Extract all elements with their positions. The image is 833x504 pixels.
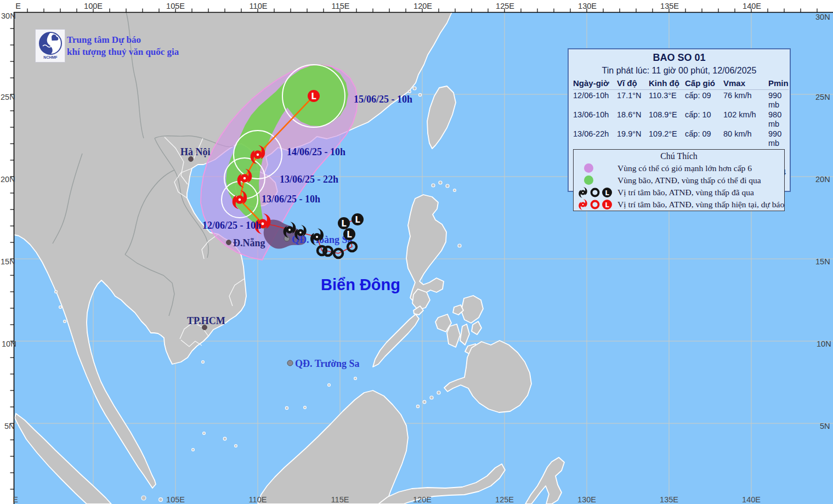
islet bbox=[159, 498, 163, 502]
legend-item: LVị trí tâm bão, ATNĐ, vùng thấp hiện tạ… bbox=[574, 199, 784, 210]
table-header-cell: Kinh độ bbox=[649, 78, 685, 90]
legend-green-area-icon bbox=[574, 175, 617, 185]
axis-label-top: 100E bbox=[84, 2, 103, 10]
nchmf-logo-text: NCHMF bbox=[43, 55, 58, 59]
islet bbox=[458, 244, 461, 247]
table-cell: 76 km/h bbox=[723, 91, 768, 110]
axis-label-top: 115E bbox=[332, 2, 350, 10]
islet bbox=[430, 396, 433, 399]
legend-item: LVị trí tâm bão, ATNĐ, vùng thấp đã qua bbox=[574, 186, 784, 198]
islet bbox=[192, 449, 195, 451]
legend-items: Vùng có thể có gió mạnh lớn hơn cấp 6Vùn… bbox=[574, 162, 784, 210]
legend-title: Chú Thích bbox=[574, 150, 784, 162]
storm-title: BAO SO 01 bbox=[569, 49, 790, 64]
svg-text:L: L bbox=[605, 201, 609, 208]
place-marker bbox=[287, 360, 293, 366]
forecast-date-label: 15/06/25 - 10h bbox=[354, 94, 412, 105]
table-cell: 80 km/h bbox=[723, 129, 768, 149]
legend-item: Vùng bão, ATNĐ, vùng thấp có thể đi qua bbox=[574, 174, 784, 186]
axis-label-top: 125E bbox=[496, 2, 514, 10]
table-cell: 109.2°E bbox=[649, 129, 685, 149]
low-pressure-letter: L bbox=[341, 219, 347, 229]
table-cell: 18.6°N bbox=[617, 110, 649, 129]
forecast-date-label: 14/06/25 - 10h bbox=[287, 146, 345, 157]
nchmf-logo: NCHMF bbox=[35, 29, 65, 63]
islet bbox=[55, 291, 58, 293]
axis-label-right: 20N bbox=[815, 175, 830, 184]
nchmf-logo-icon: NCHMF bbox=[37, 31, 64, 61]
legend-panel: Chú Thích Vùng có thể có gió mạnh lớn hơ… bbox=[573, 149, 785, 211]
islet bbox=[409, 90, 411, 93]
axis-label-right: 15N bbox=[815, 257, 830, 266]
islet bbox=[416, 405, 419, 407]
axis-label-bottom: 105E bbox=[166, 495, 185, 504]
islet bbox=[437, 391, 440, 394]
axis-label-top: 110E bbox=[250, 2, 268, 10]
axis-label-left: 10N bbox=[2, 339, 16, 348]
islet bbox=[141, 496, 146, 500]
svg-text:L: L bbox=[605, 189, 609, 196]
islet bbox=[454, 189, 456, 192]
axis-label-top: 105E bbox=[166, 2, 185, 10]
axis-label-left: 15N bbox=[1, 257, 15, 266]
islet bbox=[202, 361, 205, 364]
table-header-cell: Vmax bbox=[723, 78, 768, 90]
table-cell: 13/06-22h bbox=[573, 129, 617, 149]
table-header-cell: Pmin bbox=[768, 78, 789, 90]
place-label: Đ.Nẵng bbox=[233, 237, 265, 248]
legend-item-label: Vị trí tâm bão, ATNĐ, vùng thấp đã qua bbox=[617, 188, 754, 197]
forecast-date-label: 13/06/25 - 10h bbox=[262, 194, 320, 205]
axis-label-top: 130E bbox=[578, 2, 597, 10]
axis-label-right: 5N bbox=[820, 422, 830, 431]
islet bbox=[446, 184, 449, 188]
axis-label-top: 135E bbox=[660, 2, 679, 10]
axis-label-left: 25N bbox=[1, 93, 15, 101]
table-cell: 17.1°N bbox=[617, 91, 649, 110]
legend-item-label: Vùng bão, ATNĐ, vùng thấp có thể đi qua bbox=[617, 175, 761, 185]
islet bbox=[432, 184, 435, 187]
place-label: QĐ. Trường Sa bbox=[295, 358, 360, 369]
table-cell: 990 mb bbox=[768, 91, 789, 110]
axis-label-left: 30N bbox=[1, 12, 16, 20]
islet bbox=[439, 181, 442, 184]
storm-forecast-map-page: Hà NộiĐ.NẵngTP.HCMQĐ. Hoàng SaQĐ. Trường… bbox=[0, 0, 833, 504]
islet bbox=[304, 406, 307, 409]
axis-label-top: E bbox=[15, 2, 21, 10]
axis-label-bottom: 135E bbox=[660, 495, 678, 504]
islet bbox=[223, 437, 226, 440]
table-cell: cấp: 10 bbox=[685, 110, 723, 129]
islet bbox=[413, 87, 416, 90]
axis-label-bottom: 115E bbox=[331, 495, 349, 504]
islet bbox=[354, 377, 357, 380]
legend-current-symbols-icon: L bbox=[574, 199, 617, 211]
sea-name-label: Biển Đông bbox=[321, 276, 400, 293]
table-header-cell: Vĩ độ bbox=[617, 78, 649, 90]
forecast-date-label: 12/06/25 - 10h bbox=[202, 220, 261, 231]
org-title-line1: Trung tâm Dự báo bbox=[67, 34, 179, 46]
storm-issued-time: Tin phát lúc: 11 giờ 00 phút, 12/06/2025 bbox=[569, 64, 790, 78]
islet bbox=[235, 445, 237, 448]
islet bbox=[203, 432, 206, 435]
axis-label-bottom: 120E bbox=[413, 495, 432, 504]
axis-label-bottom: 130E bbox=[577, 495, 596, 504]
islet bbox=[423, 400, 426, 404]
axis-label-top: 140E bbox=[743, 2, 761, 10]
forecast-date-label: 13/06/25 - 22h bbox=[280, 174, 338, 185]
table-cell: 13/06-10h bbox=[573, 110, 617, 129]
legend-past-symbols-icon: L bbox=[574, 186, 617, 199]
islet bbox=[59, 306, 62, 309]
axis-label-bottom: 140E bbox=[742, 495, 761, 504]
table-cell: 108.9°E bbox=[649, 110, 685, 129]
org-title: Trung tâm Dự báo khí tượng thuỷ văn quốc… bbox=[67, 34, 179, 58]
islet bbox=[64, 320, 66, 323]
axis-label-bottom: 110E bbox=[249, 495, 267, 504]
legend-item: Vùng có thể có gió mạnh lớn hơn cấp 6 bbox=[574, 162, 784, 174]
table-cell: 980 mb bbox=[768, 110, 789, 129]
place-marker bbox=[226, 240, 231, 245]
axis-label-right: 10N bbox=[817, 339, 831, 348]
table-header-cell: Ngày-giờ bbox=[573, 78, 617, 90]
axis-label-right: 30N bbox=[815, 13, 830, 21]
place-label: TP.HCM bbox=[187, 315, 225, 326]
legend-item-label: Vị trí tâm bão, ATNĐ, vùng thấp hiện tại… bbox=[617, 200, 784, 209]
legend-item-label: Vùng có thể có gió mạnh lớn hơn cấp 6 bbox=[617, 163, 752, 173]
